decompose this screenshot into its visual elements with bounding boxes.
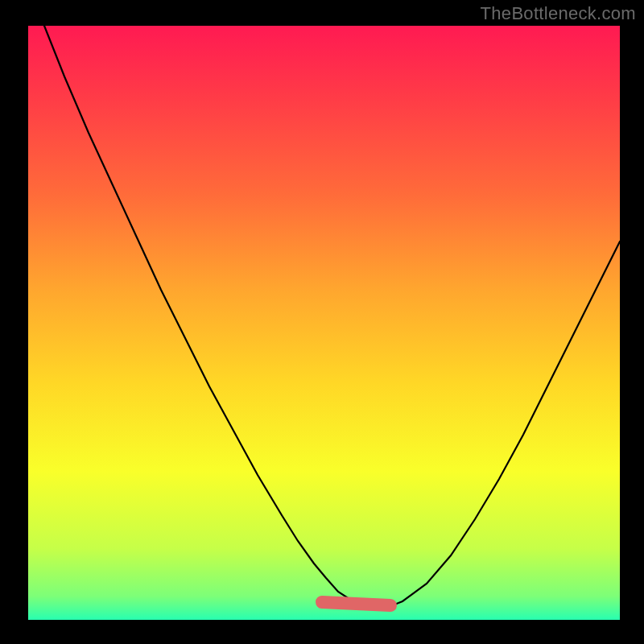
bottleneck-chart — [0, 0, 644, 644]
valley-marker — [322, 602, 390, 605]
watermark-label: TheBottleneck.com — [481, 3, 636, 24]
chart-gradient-bg — [28, 26, 620, 620]
chart-frame: TheBottleneck.com — [0, 0, 644, 644]
